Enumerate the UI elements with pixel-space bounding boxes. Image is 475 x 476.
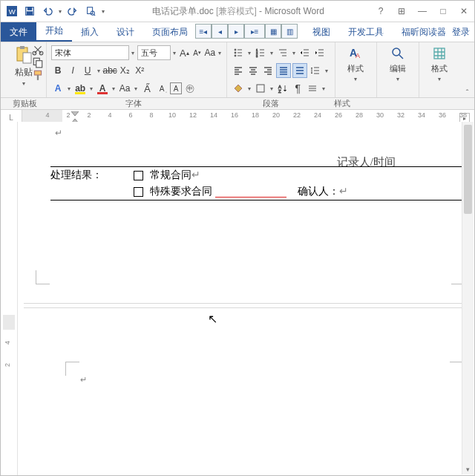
checkbox-normal[interactable] [134, 171, 143, 180]
scroll-down-icon[interactable]: ▾ [462, 464, 474, 475]
styles-button[interactable]: AA 样式 [347, 45, 364, 82]
underline-button[interactable]: U [81, 64, 94, 77]
undo-dropdown-icon[interactable] [57, 3, 63, 19]
change-case-icon[interactable]: Aa [204, 46, 215, 59]
tab-view[interactable]: 视图 [304, 22, 339, 42]
view-b-icon[interactable]: ▥ [281, 24, 298, 39]
enclose-char-icon[interactable]: ㊥ [183, 82, 197, 95]
vertical-scrollbar[interactable]: ▴ ▾ [462, 122, 474, 475]
multilevel-dropdown-icon[interactable] [291, 50, 297, 56]
copy-icon[interactable] [32, 57, 44, 68]
minimize-icon[interactable]: — [412, 3, 433, 19]
format-painter-icon[interactable] [32, 70, 44, 80]
editing-button[interactable]: 编辑 [390, 45, 406, 82]
ribbon-display-icon[interactable]: ⊞ [391, 3, 412, 19]
font-name-select[interactable]: 宋体 [51, 45, 129, 60]
font-size-dropdown-icon[interactable] [172, 50, 177, 56]
align-justify-icon[interactable] [276, 63, 291, 78]
show-marks-icon[interactable]: ¶ [291, 82, 304, 95]
align-right-icon[interactable] [261, 64, 275, 77]
paste-dropdown-icon[interactable] [21, 80, 27, 87]
qat-customize-icon[interactable] [100, 3, 106, 19]
underline-dropdown-icon[interactable] [96, 68, 102, 74]
vertical-ruler[interactable]: 4 2 [1, 122, 18, 475]
page-canvas[interactable]: ↵ 记录人/时间 处理结果： 常规合同↵ 特殊要求合同 确认人：↵ [18, 122, 474, 475]
font-color-icon[interactable]: A [96, 82, 109, 95]
align-center-icon[interactable] [246, 64, 260, 77]
numbering-icon[interactable]: 123 [254, 46, 267, 59]
numbering-dropdown-icon[interactable] [269, 50, 275, 56]
collapse-ribbon-icon[interactable]: ˆ [460, 42, 474, 97]
help-icon[interactable]: ? [370, 3, 391, 19]
format-dropdown-icon[interactable] [436, 76, 442, 82]
char-shading-icon[interactable]: Aa [118, 82, 131, 95]
strikethrough-button[interactable]: abc [103, 64, 117, 77]
print-preview-icon[interactable] [82, 3, 99, 19]
clear-formatting-icon[interactable]: Aٖ [155, 82, 168, 95]
scroll-thumb[interactable] [464, 125, 472, 214]
effects-dropdown-icon[interactable] [66, 85, 72, 92]
close-icon[interactable]: ✕ [453, 3, 474, 19]
font-name-dropdown-icon[interactable] [131, 50, 136, 56]
next-icon[interactable]: ▸ [228, 24, 244, 39]
ribbon-group-styles: AA 样式 [335, 42, 378, 97]
checkbox-special[interactable] [134, 187, 143, 197]
redo-icon[interactable] [65, 3, 81, 19]
phonetic-guide-icon[interactable]: A̋ [140, 82, 154, 95]
tab-page-layout[interactable]: 页面布局 [143, 22, 197, 42]
tab-insert[interactable]: 插入 [72, 22, 108, 42]
spacing-dropdown-icon[interactable] [324, 68, 330, 74]
multilevel-list-icon[interactable] [276, 46, 289, 59]
view-a-icon[interactable]: ▦ [265, 24, 281, 39]
align-left-icon[interactable] [232, 64, 245, 77]
highlight-color-icon[interactable]: ab [73, 82, 87, 95]
shrink-font-icon[interactable]: A▾ [191, 46, 203, 59]
prev-icon[interactable]: ◂ [212, 24, 228, 39]
grid-dropdown-icon[interactable] [321, 85, 327, 92]
tab-foxit[interactable]: 福昕阅读器 [393, 22, 455, 42]
superscript-button[interactable]: X² [133, 64, 146, 77]
tab-home[interactable]: 开始 [36, 21, 72, 42]
increase-indent-icon[interactable] [313, 46, 327, 59]
bold-button[interactable]: B [51, 64, 65, 77]
styles-dropdown-icon[interactable] [353, 76, 358, 82]
cut-icon[interactable] [32, 45, 44, 55]
grow-font-icon[interactable]: A▴ [179, 46, 190, 59]
decrease-indent-icon[interactable] [298, 46, 312, 59]
page-gap[interactable] [24, 300, 468, 312]
subscript-button[interactable]: X₂ [118, 64, 131, 77]
text-effects-icon[interactable]: A [51, 82, 65, 95]
undo-icon[interactable] [39, 3, 56, 19]
login-link[interactable]: 登录 [452, 22, 470, 42]
bullets-icon[interactable] [232, 46, 245, 59]
fontcolor-dropdown-icon[interactable] [111, 85, 117, 92]
tab-developer[interactable]: 开发工具 [339, 22, 393, 42]
distribute-icon[interactable] [292, 63, 307, 78]
italic-button[interactable]: I [66, 64, 79, 77]
highlight-dropdown-icon[interactable] [88, 85, 94, 92]
case-dropdown-icon[interactable] [217, 50, 222, 56]
tab-design[interactable]: 设计 [108, 22, 143, 42]
font-size-select[interactable]: 五号 [137, 45, 171, 60]
tab-file[interactable]: 文件 [1, 22, 36, 42]
editing-dropdown-icon[interactable] [395, 76, 401, 82]
special-contract-text: 特殊要求合同 [150, 186, 212, 197]
shading-icon[interactable] [232, 82, 245, 95]
borders-dropdown-icon[interactable] [269, 85, 275, 92]
snap-to-grid-icon[interactable] [306, 82, 319, 95]
save-icon[interactable] [22, 3, 38, 19]
format-button[interactable]: 格式 [431, 45, 448, 82]
shading-dropdown-icon[interactable] [133, 85, 139, 92]
ribbon: 粘贴 宋体 五号 A▴ A▾ Aa B I U abc X₂ X² A ab [1, 42, 474, 98]
line-spacing-icon[interactable] [309, 64, 322, 77]
confirmer-label: 确认人： [298, 186, 339, 197]
char-border-icon[interactable]: A [170, 82, 182, 94]
borders-icon[interactable] [254, 82, 267, 95]
paint-dropdown-icon[interactable] [246, 85, 252, 92]
bullets-dropdown-icon[interactable] [246, 50, 252, 56]
prev-prev-icon[interactable]: ≡◂ [195, 24, 212, 39]
next-next-icon[interactable]: ▸≡ [244, 24, 265, 39]
word-app-icon[interactable]: W [4, 3, 20, 19]
sort-icon[interactable]: AZ [276, 82, 289, 95]
maximize-icon[interactable]: □ [433, 3, 453, 19]
